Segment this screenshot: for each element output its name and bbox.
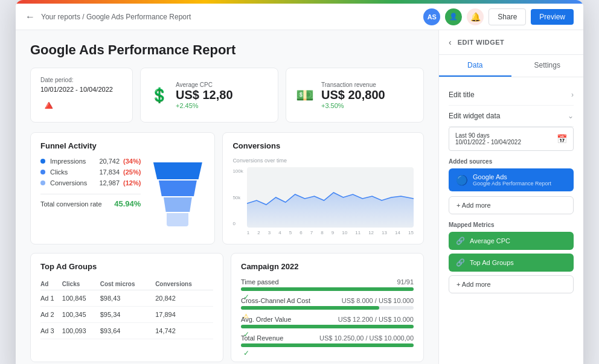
date-card: Date period: 10/01/2022 - 10/04/2022 🔺: [30, 68, 133, 123]
add-more-metric-button[interactable]: + Add more: [449, 275, 574, 293]
preview-button[interactable]: Preview: [531, 9, 574, 25]
conversions-dot: [40, 180, 45, 185]
share-button[interactable]: Share: [488, 8, 526, 25]
cpc-info: Average CPC US$ 12,80 +2.45%: [176, 81, 233, 109]
chevron-down-icon: ⌄: [568, 112, 574, 120]
top-nav: ← Your reports / Google Ads Performance …: [16, 4, 583, 30]
avatar-2: 👤: [445, 8, 462, 25]
x-11: 11: [355, 230, 360, 235]
campaign-row-label-text: Time passed: [241, 278, 279, 286]
impressions-pct: (34%): [123, 158, 141, 165]
x-2: 2: [257, 230, 260, 235]
metric-avg-cpc-button[interactable]: 🔗 Average CPC: [449, 232, 574, 250]
breadcrumb: Your reports / Google Ads Performance Re…: [41, 13, 423, 21]
x-3: 3: [268, 230, 271, 235]
chart-svg: [247, 167, 414, 228]
source-sublabel: Google Ads Performance Report: [473, 180, 551, 187]
conversion-rate-row: Total conversion rate 45.94%: [40, 194, 141, 208]
ad-conversions: 20,842: [155, 290, 213, 307]
funnel-visual: [150, 158, 205, 226]
progress-bar-fill: [241, 343, 414, 347]
tab-data[interactable]: Data: [439, 55, 511, 77]
ad-name: Ad 1: [40, 290, 62, 307]
campaign-row-value: 91/91: [397, 278, 414, 286]
added-sources-label: Added sources: [449, 158, 574, 165]
ad-name: Ad 3: [40, 323, 62, 339]
clicks-num: 17,834: [99, 168, 120, 176]
funnel-wrap: Impressions 20,742 (34%) Clicks 17,834 (…: [40, 158, 205, 226]
link-icon-1: 🔗: [456, 237, 465, 245]
x-15: 15: [408, 230, 414, 235]
mapped-metrics-label: Mapped Metrics: [449, 222, 574, 228]
nav-actions: AS 👤 🔔 Share Preview: [423, 8, 574, 25]
edit-title-label: Edit title: [449, 91, 475, 99]
ad-groups-card: Top Ad Groups Ad Clicks Cost micros Conv…: [30, 253, 223, 362]
source-icon: 🔵: [456, 174, 468, 186]
y-label-3: 0: [232, 221, 243, 226]
edit-title-item[interactable]: Edit title ›: [449, 85, 574, 106]
page-title: Google Ads Performance Report: [30, 42, 424, 58]
source-info: Google Ads Google Ads Performance Report: [473, 173, 551, 187]
date-range-value: 10/01/2022 - 10/04/2022: [455, 139, 521, 145]
revenue-card: 💵 Transaction revenue US$ 20,800 +3.50%: [286, 68, 424, 123]
source-chip[interactable]: 🔵 Google Ads Google Ads Performance Repo…: [449, 168, 574, 191]
revenue-value: US$ 20,800: [321, 88, 385, 102]
impressions-label: Impressions: [50, 158, 99, 165]
funnel-left: Impressions 20,742 (34%) Clicks 17,834 (…: [40, 158, 141, 208]
app-window: ← Your reports / Google Ads Performance …: [16, 0, 583, 364]
edit-widget-data-item[interactable]: Edit widget data ⌄: [449, 106, 574, 127]
campaign-row: Time passed 91/91 ✓: [241, 278, 414, 291]
metrics-row: Date period: 10/01/2022 - 10/04/2022 🔺 💲…: [30, 68, 424, 123]
funnel-tier-1: [150, 162, 205, 179]
cpc-value: US$ 12,80: [176, 88, 233, 102]
ad-conversions: 14,742: [155, 323, 213, 339]
metric-top-ad-groups-label: Top Ad Groups: [470, 259, 514, 266]
back-button[interactable]: ←: [25, 11, 35, 22]
conversions-card: Conversions Conversions over time 100k 5…: [222, 132, 424, 244]
sidebar-header: ‹ EDIT WIDGET: [439, 30, 583, 55]
sidebar-title: EDIT WIDGET: [458, 39, 505, 46]
report-area: Google Ads Performance Report Date perio…: [16, 30, 438, 364]
tab-settings[interactable]: Settings: [511, 55, 584, 77]
x-4: 4: [278, 230, 281, 235]
progress-bar-fill: [241, 325, 414, 328]
funnel-tier-3: [162, 197, 193, 212]
chart-area: [247, 167, 414, 228]
col-cost: Cost micros: [100, 278, 155, 290]
funnel-title: Funnel Activity: [40, 141, 205, 150]
x-7: 7: [310, 230, 313, 235]
metric-top-ad-groups-button[interactable]: 🔗 Top Ad Groups: [449, 254, 574, 272]
edit-widget-data-label: Edit widget data: [449, 112, 500, 120]
bottom-cards: Top Ad Groups Ad Clicks Cost micros Conv…: [30, 253, 424, 362]
date-label: Date period:: [40, 77, 123, 83]
y-label-2: 50k: [232, 195, 243, 200]
table-row: Ad 3 100,093 $93,64 14,742: [40, 323, 213, 339]
x-12: 12: [368, 230, 374, 235]
col-clicks: Clicks: [62, 278, 100, 290]
chart-label: Conversions over time: [232, 158, 414, 164]
funnel-row-impressions: Impressions 20,742 (34%): [40, 158, 141, 165]
add-more-source-button[interactable]: + Add more: [449, 196, 574, 214]
chevron-right-icon: ›: [571, 91, 574, 99]
campaign-rows: Time passed 91/91 ✓ Cross-Channel Ad Cos…: [241, 278, 414, 347]
clicks-dot: [40, 170, 45, 174]
sidebar-back-button[interactable]: ‹: [449, 37, 452, 47]
revenue-change: +3.50%: [321, 102, 385, 109]
ad-clicks: 100,845: [62, 290, 100, 307]
clicks-label: Clicks: [50, 168, 99, 176]
x-5: 5: [289, 230, 292, 235]
col-conversions: Conversions: [155, 278, 213, 290]
funnel-metrics: Impressions 20,742 (34%) Clicks 17,834 (…: [40, 158, 141, 187]
date-picker[interactable]: Last 90 days 10/01/2022 - 10/04/2022 📅: [449, 127, 574, 151]
campaign-card: Campaign 2022 Time passed 91/91 ✓ Cross-…: [231, 253, 424, 362]
notification-button[interactable]: 🔔: [467, 8, 484, 25]
conversions-title: Conversions: [232, 141, 414, 150]
funnel-row-clicks: Clicks 17,834 (25%): [40, 168, 141, 176]
y-label-1: 100k: [232, 168, 243, 174]
funnel-row-conversions: Conversions 12,987 (12%): [40, 179, 141, 187]
funnel-tier-4: [167, 213, 188, 226]
progress-bar-container: ✓: [241, 287, 414, 291]
progress-bar-container: ✓: [241, 343, 414, 347]
x-8: 8: [321, 230, 323, 235]
revenue-label: Transaction revenue: [321, 81, 385, 88]
